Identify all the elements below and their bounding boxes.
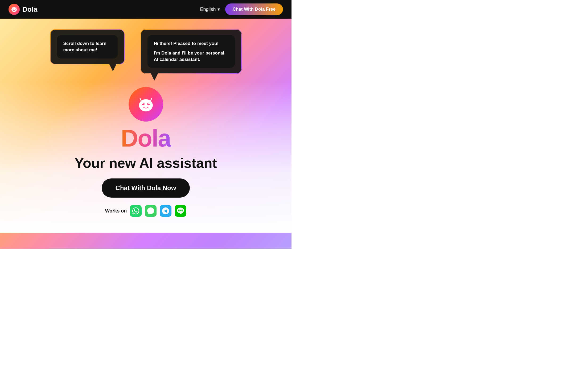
svg-point-7 [142,102,143,104]
whatsapp-icon[interactable] [130,205,142,217]
works-on: Works on [105,205,187,217]
logo-label: Dola [22,5,37,14]
dola-avatar-icon [135,94,157,115]
line-icon[interactable] [175,205,186,217]
works-on-label: Works on [105,208,127,214]
bubble-right-line2: I'm Dola and I'll be your personal AI ca… [154,50,228,63]
hero-cta-button[interactable]: Chat With Dola Now [102,178,190,198]
svg-point-8 [148,102,150,104]
chevron-down-icon: ▾ [217,6,220,12]
speech-bubble-left: Scroll down to learn more about me! [50,29,125,64]
speech-bubbles-row: Scroll down to learn more about me! Hi t… [0,29,292,74]
nav-cta-button[interactable]: Chat With Dola Free [225,3,283,15]
dola-avatar-circle [129,87,163,122]
bubble-left-text: Scroll down to learn more about me! [63,41,106,52]
nav-right: English ▾ Chat With Dola Free [200,3,283,15]
telegram-icon[interactable] [160,205,171,217]
imessage-icon[interactable] [145,205,157,217]
bubble-right-line1: Hi there! Pleased to meet you! [154,40,228,47]
logo-icon [9,4,20,15]
speech-bubble-right: Hi there! Pleased to meet you! I'm Dola … [141,29,242,74]
language-selector[interactable]: English ▾ [200,6,220,12]
hero-section: Scroll down to learn more about me! Hi t… [0,19,292,249]
language-label: English [200,7,216,12]
navbar: Dola English ▾ Chat With Dola Free [0,0,292,19]
hero-tagline: Your new AI assistant [75,155,217,171]
hero-center: Dola Your new AI assistant Chat With Dol… [0,82,292,233]
dola-wordmark: Dola [121,126,171,150]
logo[interactable]: Dola [9,4,37,15]
dola-cat-icon [10,5,18,14]
